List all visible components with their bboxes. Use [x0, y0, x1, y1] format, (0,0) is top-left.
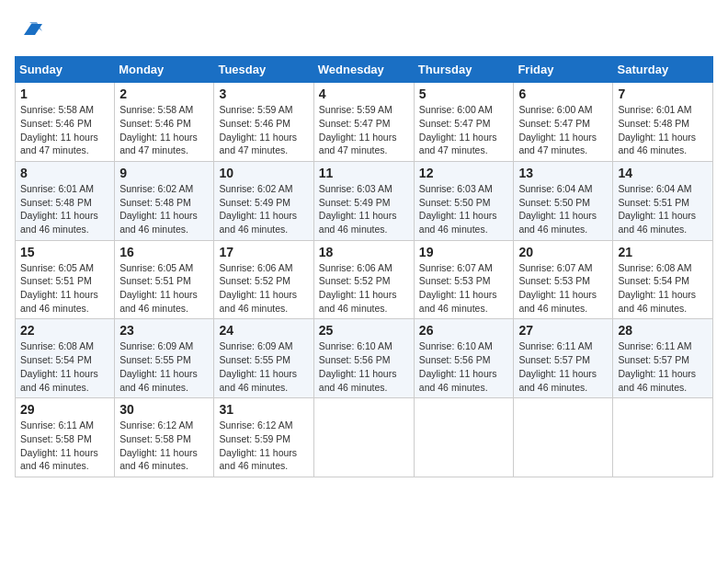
day-number: 25: [319, 323, 409, 338]
day-number: 2: [119, 86, 209, 101]
day-number: 10: [219, 166, 308, 180]
calendar-day-cell: 18Sunrise: 6:06 AM Sunset: 5:52 PM Dayli…: [313, 240, 414, 319]
day-number: 11: [319, 166, 409, 180]
day-info: Sunrise: 6:11 AM Sunset: 5:57 PM Dayligh…: [518, 339, 608, 394]
calendar-day-cell: 25Sunrise: 6:10 AM Sunset: 5:56 PM Dayli…: [313, 319, 414, 398]
calendar-day-cell: 10Sunrise: 6:02 AM Sunset: 5:49 PM Dayli…: [214, 161, 313, 240]
day-number: 26: [419, 323, 509, 338]
weekday-header-cell: Sunday: [16, 57, 115, 83]
day-number: 13: [518, 166, 608, 180]
calendar-table: SundayMondayTuesdayWednesdayThursdayFrid…: [15, 56, 713, 477]
day-info: Sunrise: 6:12 AM Sunset: 5:58 PM Dayligh…: [119, 419, 209, 473]
day-number: 16: [119, 245, 209, 259]
calendar-day-cell: 28Sunrise: 6:11 AM Sunset: 5:57 PM Dayli…: [613, 319, 713, 398]
day-info: Sunrise: 6:00 AM Sunset: 5:47 PM Dayligh…: [419, 103, 509, 157]
day-number: 30: [119, 402, 209, 417]
day-info: Sunrise: 6:09 AM Sunset: 5:55 PM Dayligh…: [119, 339, 209, 394]
day-number: 5: [419, 86, 509, 101]
logo-icon: [17, 15, 42, 40]
calendar-day-cell: 9Sunrise: 6:02 AM Sunset: 5:48 PM Daylig…: [115, 161, 214, 240]
day-info: Sunrise: 6:06 AM Sunset: 5:52 PM Dayligh…: [219, 261, 308, 316]
calendar-day-cell: 5Sunrise: 6:00 AM Sunset: 5:47 PM Daylig…: [414, 83, 514, 162]
calendar-day-cell: 21Sunrise: 6:08 AM Sunset: 5:54 PM Dayli…: [613, 240, 713, 319]
calendar-day-cell: 31Sunrise: 6:12 AM Sunset: 5:59 PM Dayli…: [214, 398, 313, 477]
calendar-day-cell: 3Sunrise: 5:59 AM Sunset: 5:46 PM Daylig…: [214, 83, 313, 162]
day-info: Sunrise: 6:11 AM Sunset: 5:58 PM Dayligh…: [20, 419, 109, 473]
day-info: Sunrise: 6:03 AM Sunset: 5:50 PM Dayligh…: [419, 182, 509, 236]
day-info: Sunrise: 6:01 AM Sunset: 5:48 PM Dayligh…: [20, 182, 109, 236]
weekday-header-cell: Thursday: [414, 57, 514, 83]
day-number: 23: [119, 323, 209, 338]
weekday-header-cell: Monday: [115, 57, 214, 83]
day-number: 9: [119, 166, 209, 180]
calendar-day-cell: 30Sunrise: 6:12 AM Sunset: 5:58 PM Dayli…: [115, 398, 214, 477]
calendar-day-cell: 29Sunrise: 6:11 AM Sunset: 5:58 PM Dayli…: [16, 398, 115, 477]
day-info: Sunrise: 6:02 AM Sunset: 5:49 PM Dayligh…: [219, 182, 308, 236]
weekday-header-cell: Tuesday: [214, 57, 313, 83]
day-info: Sunrise: 6:01 AM Sunset: 5:48 PM Dayligh…: [618, 103, 708, 157]
weekday-header-cell: Wednesday: [313, 57, 414, 83]
calendar-day-cell: 8Sunrise: 6:01 AM Sunset: 5:48 PM Daylig…: [16, 161, 115, 240]
day-info: Sunrise: 6:10 AM Sunset: 5:56 PM Dayligh…: [419, 339, 509, 394]
day-number: 14: [618, 166, 708, 180]
day-info: Sunrise: 6:04 AM Sunset: 5:51 PM Dayligh…: [618, 182, 708, 236]
day-number: 6: [518, 86, 608, 101]
calendar-day-cell: [613, 398, 713, 477]
calendar-day-cell: [414, 398, 514, 477]
calendar-day-cell: 14Sunrise: 6:04 AM Sunset: 5:51 PM Dayli…: [613, 161, 713, 240]
calendar-day-cell: [514, 398, 613, 477]
calendar-week-row: 1Sunrise: 5:58 AM Sunset: 5:46 PM Daylig…: [16, 83, 713, 162]
day-number: 24: [219, 323, 308, 338]
page-header: [15, 15, 713, 45]
day-info: Sunrise: 6:06 AM Sunset: 5:52 PM Dayligh…: [319, 261, 409, 316]
calendar-day-cell: 26Sunrise: 6:10 AM Sunset: 5:56 PM Dayli…: [414, 319, 514, 398]
weekday-header-cell: Saturday: [613, 57, 713, 83]
day-info: Sunrise: 6:07 AM Sunset: 5:53 PM Dayligh…: [419, 261, 509, 316]
logo: [15, 15, 42, 45]
day-info: Sunrise: 6:03 AM Sunset: 5:49 PM Dayligh…: [319, 182, 409, 236]
day-info: Sunrise: 6:08 AM Sunset: 5:54 PM Dayligh…: [618, 261, 708, 316]
day-number: 27: [518, 323, 608, 338]
day-info: Sunrise: 6:07 AM Sunset: 5:53 PM Dayligh…: [518, 261, 608, 316]
weekday-header-cell: Friday: [514, 57, 613, 83]
day-number: 21: [618, 245, 708, 259]
calendar-week-row: 8Sunrise: 6:01 AM Sunset: 5:48 PM Daylig…: [16, 161, 713, 240]
calendar-day-cell: 4Sunrise: 5:59 AM Sunset: 5:47 PM Daylig…: [313, 83, 414, 162]
calendar-day-cell: 27Sunrise: 6:11 AM Sunset: 5:57 PM Dayli…: [514, 319, 613, 398]
day-info: Sunrise: 5:59 AM Sunset: 5:46 PM Dayligh…: [219, 103, 308, 157]
calendar-day-cell: 11Sunrise: 6:03 AM Sunset: 5:49 PM Dayli…: [313, 161, 414, 240]
calendar-day-cell: 23Sunrise: 6:09 AM Sunset: 5:55 PM Dayli…: [115, 319, 214, 398]
day-number: 20: [518, 245, 608, 259]
calendar-day-cell: 24Sunrise: 6:09 AM Sunset: 5:55 PM Dayli…: [214, 319, 313, 398]
day-info: Sunrise: 6:11 AM Sunset: 5:57 PM Dayligh…: [618, 339, 708, 394]
calendar-day-cell: 15Sunrise: 6:05 AM Sunset: 5:51 PM Dayli…: [16, 240, 115, 319]
calendar-day-cell: 22Sunrise: 6:08 AM Sunset: 5:54 PM Dayli…: [16, 319, 115, 398]
calendar-day-cell: 1Sunrise: 5:58 AM Sunset: 5:46 PM Daylig…: [16, 83, 115, 162]
day-number: 28: [618, 323, 708, 338]
day-number: 19: [419, 245, 509, 259]
calendar-day-cell: [313, 398, 414, 477]
day-info: Sunrise: 5:59 AM Sunset: 5:47 PM Dayligh…: [319, 103, 409, 157]
day-number: 15: [20, 245, 109, 259]
day-number: 3: [219, 86, 308, 101]
calendar-day-cell: 20Sunrise: 6:07 AM Sunset: 5:53 PM Dayli…: [514, 240, 613, 319]
svg-marker-0: [24, 24, 42, 35]
calendar-day-cell: 17Sunrise: 6:06 AM Sunset: 5:52 PM Dayli…: [214, 240, 313, 319]
calendar-day-cell: 7Sunrise: 6:01 AM Sunset: 5:48 PM Daylig…: [613, 83, 713, 162]
day-info: Sunrise: 6:04 AM Sunset: 5:50 PM Dayligh…: [518, 182, 608, 236]
day-number: 17: [219, 245, 308, 259]
calendar-header-row: SundayMondayTuesdayWednesdayThursdayFrid…: [16, 57, 713, 83]
day-info: Sunrise: 6:12 AM Sunset: 5:59 PM Dayligh…: [219, 419, 308, 473]
calendar-body: 1Sunrise: 5:58 AM Sunset: 5:46 PM Daylig…: [16, 83, 713, 477]
calendar-day-cell: 12Sunrise: 6:03 AM Sunset: 5:50 PM Dayli…: [414, 161, 514, 240]
day-number: 31: [219, 402, 308, 417]
calendar-week-row: 29Sunrise: 6:11 AM Sunset: 5:58 PM Dayli…: [16, 398, 713, 477]
day-number: 7: [618, 86, 708, 101]
day-number: 1: [20, 86, 109, 101]
day-info: Sunrise: 5:58 AM Sunset: 5:46 PM Dayligh…: [119, 103, 209, 157]
logo-text: [15, 15, 42, 45]
day-info: Sunrise: 6:05 AM Sunset: 5:51 PM Dayligh…: [20, 261, 109, 316]
day-info: Sunrise: 6:09 AM Sunset: 5:55 PM Dayligh…: [219, 339, 308, 394]
day-info: Sunrise: 6:10 AM Sunset: 5:56 PM Dayligh…: [319, 339, 409, 394]
day-info: Sunrise: 5:58 AM Sunset: 5:46 PM Dayligh…: [20, 103, 109, 157]
